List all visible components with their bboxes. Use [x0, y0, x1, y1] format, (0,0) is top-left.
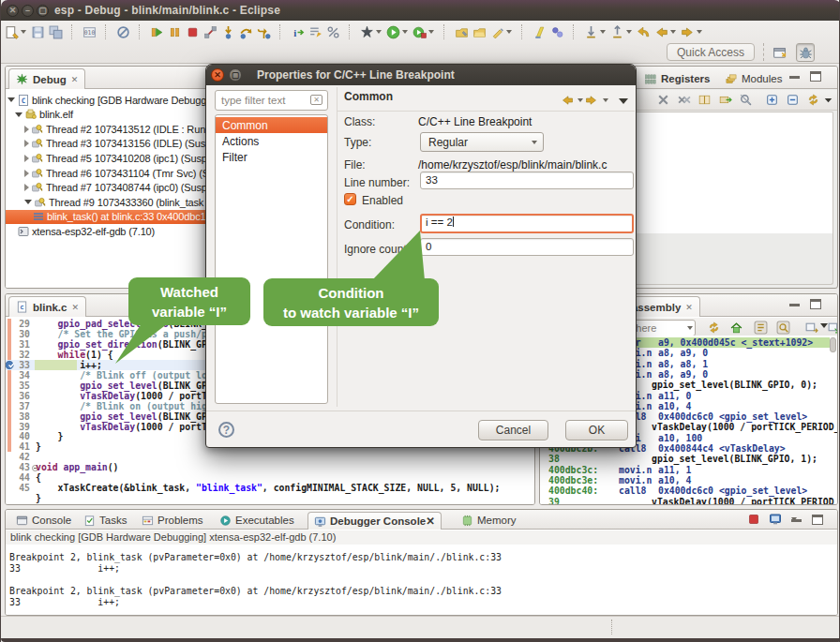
save-button[interactable] — [31, 23, 49, 40]
sync-active-context-icon[interactable] — [804, 321, 818, 335]
step-over-button[interactable] — [239, 23, 257, 40]
close-icon[interactable]: ✕ — [71, 75, 79, 84]
disconnect-button[interactable] — [203, 23, 221, 40]
search-pencil-button[interactable] — [490, 23, 517, 40]
window-titlebar[interactable]: ✕ – ▢ esp - Debug - blink/main/blink.c -… — [1, 0, 840, 21]
track-expression-icon[interactable] — [776, 321, 790, 335]
tree-collapsed-icon[interactable] — [24, 170, 29, 177]
back-button[interactable] — [654, 23, 681, 40]
debug-perspective-button[interactable] — [796, 43, 815, 62]
maximize-icon[interactable] — [810, 299, 822, 309]
terminate-console-icon[interactable] — [747, 513, 760, 526]
chevron-down-icon[interactable] — [600, 30, 606, 34]
tree-expanded-icon[interactable] — [15, 112, 22, 117]
maximize-icon[interactable] — [812, 515, 824, 525]
clear-filter-icon[interactable]: ✕ — [310, 95, 322, 105]
save-all-button[interactable] — [49, 23, 67, 40]
collapse-all-icon[interactable] — [786, 93, 800, 107]
open-new-view-icon[interactable] — [827, 321, 838, 335]
run-button[interactable] — [386, 23, 412, 40]
chevron-down-icon[interactable] — [21, 30, 26, 34]
last-edit-location-button[interactable] — [584, 23, 610, 40]
trace-control-button[interactable] — [326, 23, 344, 40]
restore-defaults-icon[interactable] — [806, 93, 820, 107]
window-close-button[interactable]: ✕ — [7, 5, 19, 17]
console-output[interactable]: Breakpoint 2, blink_task (pvParameter=0x… — [6, 545, 837, 615]
chevron-down-icon[interactable] — [603, 98, 608, 102]
tab-modules[interactable]: Modules — [718, 68, 788, 89]
tree-collapsed-icon[interactable] — [24, 155, 29, 162]
window-maximize-button[interactable]: ▢ — [37, 5, 49, 17]
tab-tasks[interactable]: Tasks — [78, 512, 132, 529]
tab-blink-c[interactable]: c blink.c ✕ — [8, 296, 86, 317]
line-number-field[interactable]: 33 — [420, 172, 634, 189]
cancel-button[interactable]: Cancel — [478, 420, 548, 440]
dialog-titlebar[interactable]: ✕ ▢ Properties for C/C++ Line Breakpoint — [206, 65, 636, 85]
forward-icon[interactable] — [585, 94, 598, 107]
type-dropdown[interactable]: Regular — [420, 132, 544, 152]
remove-icon[interactable] — [656, 93, 670, 107]
close-icon[interactable]: ✕ — [426, 515, 435, 528]
disable-find-icon[interactable] — [739, 93, 753, 107]
tab-registers[interactable]: Registers — [638, 68, 716, 89]
ignore-count-field[interactable]: 0 — [420, 238, 634, 256]
view-menu-icon[interactable] — [820, 323, 828, 328]
go-to-address-icon[interactable] — [718, 93, 732, 107]
pin-editor-button[interactable] — [610, 23, 637, 40]
back-icon[interactable] — [561, 94, 574, 107]
debug-tree-item[interactable]: blink.elf — [15, 108, 73, 122]
chevron-down-icon[interactable] — [626, 30, 632, 34]
skip-breakpoints-button[interactable] — [116, 23, 134, 40]
show-source-icon[interactable] — [754, 321, 768, 335]
tree-expanded-icon[interactable] — [24, 200, 32, 204]
view-menu-icon[interactable] — [821, 93, 835, 107]
ok-button[interactable]: OK — [565, 420, 628, 440]
condition-field[interactable]: i == 2 — [420, 214, 634, 233]
tree-collapsed-icon[interactable] — [24, 140, 29, 147]
open-folder-button[interactable] — [472, 23, 490, 40]
chevron-down-icon[interactable] — [697, 30, 702, 34]
chevron-down-icon[interactable] — [506, 30, 512, 34]
back-history-button[interactable] — [637, 23, 654, 40]
minimize-icon[interactable] — [791, 515, 803, 525]
instruction-stepping-button[interactable]: i — [291, 23, 308, 40]
suspend-button[interactable] — [168, 23, 186, 40]
tree-collapsed-icon[interactable] — [24, 126, 29, 133]
filter-input[interactable]: type filter text ✕ — [215, 90, 328, 111]
dialog-category-actions[interactable]: Actions — [216, 133, 327, 149]
mark-occurrences-button[interactable] — [532, 23, 550, 40]
dialog-close-button[interactable]: ✕ — [211, 68, 224, 82]
dialog-maximize-button[interactable]: ▢ — [229, 68, 242, 82]
use-step-filters-button[interactable] — [308, 23, 326, 40]
chevron-down-icon[interactable] — [376, 30, 382, 34]
step-into-button[interactable] — [221, 23, 239, 40]
annotations-button[interactable] — [550, 23, 568, 40]
open-perspective-button[interactable] — [770, 43, 788, 62]
tab-problems[interactable]: Problems — [136, 512, 209, 529]
refresh-icon[interactable] — [707, 321, 721, 335]
chevron-down-icon[interactable] — [578, 98, 583, 102]
view-menu-icon[interactable] — [619, 98, 628, 104]
dialog-category-list[interactable]: CommonActionsFilter — [215, 114, 328, 404]
chevron-down-icon[interactable] — [670, 30, 676, 34]
debug-tree-item[interactable]: Cblink checking [GDB Hardware Debugging] — [8, 93, 222, 107]
new-wizard-button[interactable] — [5, 23, 31, 40]
maximize-icon[interactable] — [810, 71, 822, 82]
status-sash[interactable] — [611, 620, 612, 635]
debug-tree-item[interactable]: xtensa-esp32-elf-gdb (7.10) — [15, 224, 155, 238]
tab-memory[interactable]: Memory — [456, 512, 522, 529]
external-tools-button[interactable] — [412, 23, 439, 40]
new-cpp-wizard-button[interactable] — [455, 23, 472, 40]
dialog-category-filter[interactable]: Filter — [216, 149, 327, 165]
chevron-down-icon[interactable] — [428, 30, 434, 34]
debug-config-button[interactable] — [360, 23, 386, 40]
tab-executables[interactable]: Executables — [214, 512, 300, 529]
expand-all-icon[interactable] — [765, 93, 779, 107]
home-icon[interactable] — [729, 321, 743, 335]
forward-button[interactable] — [681, 23, 707, 40]
chevron-down-icon[interactable] — [687, 326, 693, 330]
tree-collapsed-icon[interactable] — [24, 184, 29, 191]
chevron-down-icon[interactable] — [402, 30, 408, 34]
resume-button[interactable] — [150, 23, 168, 40]
close-icon[interactable]: ✕ — [685, 303, 693, 312]
